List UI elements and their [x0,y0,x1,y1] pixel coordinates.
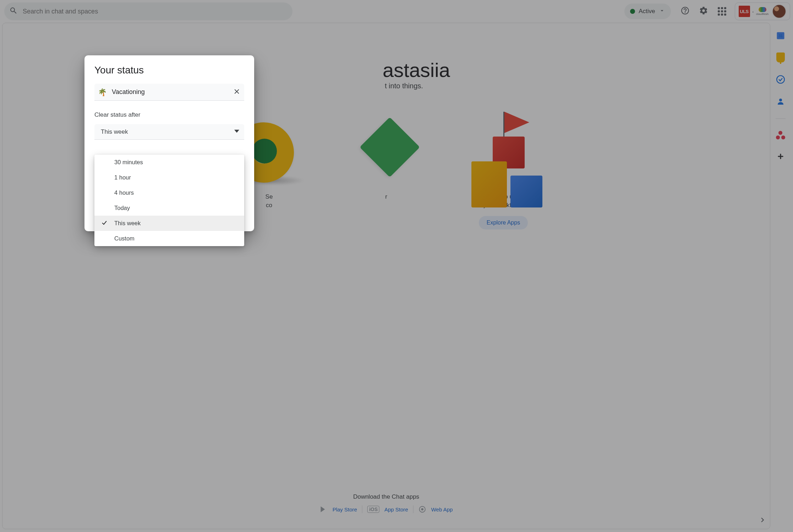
select-value: This week [101,128,128,135]
check-icon [101,219,108,228]
option-label: This week [114,220,141,227]
status-text-value[interactable]: Vacationing [112,88,228,96]
clear-after-select[interactable]: This week [94,124,244,140]
option-1-hour[interactable]: 1 hour [94,170,244,185]
dropdown-triangle-icon [234,128,239,135]
clear-status-button[interactable] [233,88,241,97]
clear-after-dropdown: 30 minutes 1 hour 4 hours Today This wee… [94,155,244,246]
close-icon [233,90,241,96]
modal-title: Your status [94,65,244,76]
option-4-hours[interactable]: 4 hours [94,185,244,200]
clear-after-label: Clear status after [94,111,244,118]
status-emoji-picker[interactable]: 🌴 [98,88,107,96]
status-modal: Your status 🌴 Vacationing Clear status a… [84,55,254,231]
option-label: 4 hours [114,189,134,196]
option-label: 30 minutes [114,159,143,166]
option-label: Today [114,205,130,211]
option-this-week[interactable]: This week [94,216,244,231]
option-label: 1 hour [114,174,131,181]
option-label: Custom [114,235,135,242]
option-custom[interactable]: Custom [94,231,244,246]
option-today[interactable]: Today [94,200,244,216]
status-text-field[interactable]: 🌴 Vacationing [94,84,244,101]
option-30-minutes[interactable]: 30 minutes [94,155,244,170]
